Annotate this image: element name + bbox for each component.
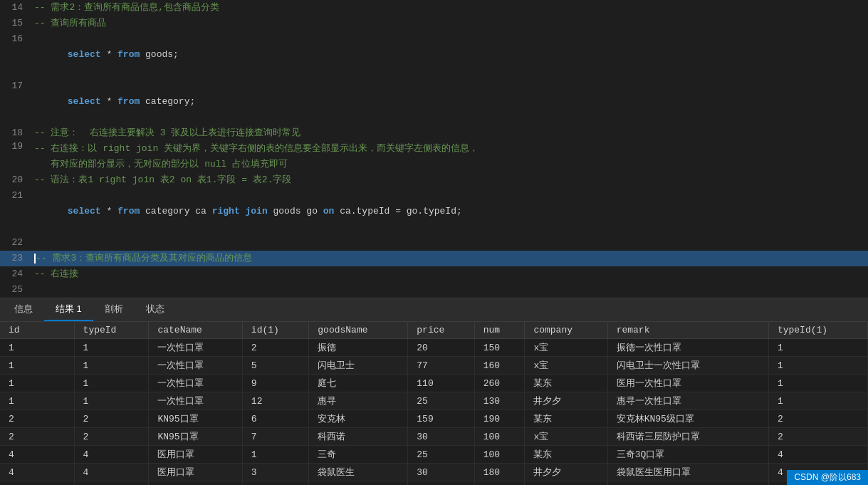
table-cell: 7	[242, 428, 308, 446]
line-number-20: 20	[0, 172, 28, 188]
col-header-typeid1: typeId(1)	[768, 322, 867, 339]
table-cell: x宝	[525, 357, 607, 375]
results-table: id typeId cateName id(1) goodsName price…	[0, 322, 868, 485]
table-cell: 8	[242, 481, 308, 486]
table-row: 44医用口罩3袋鼠医生30180井夕夕袋鼠医生医用口罩4	[0, 464, 868, 481]
line-number-22: 22	[0, 235, 28, 251]
table-cell: 1	[0, 339, 74, 357]
table-row: 44医用口罩8维德医生23155井夕夕维德成人医用口罩4	[0, 481, 868, 486]
table-cell: 9	[242, 375, 308, 392]
code-line-18: 18 -- 注意： 右连接主要解决 3 张及以上表进行连接查询时常见	[0, 125, 868, 141]
table-cell: 5	[242, 357, 308, 375]
table-cell: 1	[74, 375, 149, 392]
table-cell: 袋鼠医生医用口罩	[607, 464, 768, 481]
table-cell: 惠寻一次性口罩	[607, 392, 768, 410]
tabs-bar: 信息 结果 1 剖析 状态	[0, 298, 868, 322]
bottom-bar-label: CSDN @阶以683	[794, 472, 861, 482]
line-content-14: -- 需求2：查询所有商品信息,包含商品分类	[28, 0, 868, 16]
table-row: 11一次性口罩5闪电卫士77160x宝闪电卫士一次性口罩1	[0, 357, 868, 375]
tab-result1[interactable]: 结果 1	[44, 298, 93, 321]
table-cell: 150	[474, 339, 525, 357]
table-cell: 25	[408, 446, 474, 464]
table-cell: 振德一次性口罩	[607, 339, 768, 357]
table-cell: 180	[474, 464, 525, 481]
table-cell: 1	[768, 339, 867, 357]
table-cell: 20	[408, 339, 474, 357]
table-cell: 一次性口罩	[149, 392, 242, 410]
code-line-20: 20 -- 语法：表1 right join 表2 on 表1.字段 = 表2.…	[0, 172, 868, 188]
table-cell: x宝	[525, 339, 607, 357]
table-row: 44医用口罩1三奇25100某东三奇3Q口罩4	[0, 446, 868, 464]
table-cell: 160	[474, 357, 525, 375]
table-cell: 1	[74, 339, 149, 357]
table-cell: 2	[74, 428, 149, 446]
table-row: 22KN95口罩7科西诺30100x宝科西诺三层防护口罩2	[0, 428, 868, 446]
code-line-21: 21 select * from category ca right join …	[0, 188, 868, 235]
table-cell: 惠寻	[309, 392, 408, 410]
col-header-id: id	[0, 322, 74, 339]
code-line-14: 14 -- 需求2：查询所有商品信息,包含商品分类	[0, 0, 868, 16]
table-cell: 闪电卫士一次性口罩	[607, 357, 768, 375]
table-row: 11一次性口罩9庭七110260某东医用一次性口罩1	[0, 375, 868, 392]
table-cell: 30	[408, 428, 474, 446]
line-content-21: select * from category ca right join goo…	[28, 188, 868, 235]
table-cell: 1	[768, 357, 867, 375]
table-cell: 振德	[309, 339, 408, 357]
table-cell: 110	[408, 375, 474, 392]
table-cell: 4	[74, 446, 149, 464]
line-content-19: -- 右连接：以 right join 关键为界，关键字右侧的表的信息要全部显示…	[28, 141, 868, 172]
table-cell: 4	[74, 464, 149, 481]
line-number-14: 14	[0, 0, 28, 16]
table-cell: 医用口罩	[149, 464, 242, 481]
table-cell: 维德成人医用口罩	[607, 481, 768, 486]
col-header-id1: id(1)	[242, 322, 308, 339]
table-cell: 庭七	[309, 375, 408, 392]
table-cell: 一次性口罩	[149, 375, 242, 392]
line-number-16: 16	[0, 31, 28, 47]
col-header-company: company	[525, 322, 607, 339]
line-number-25: 25	[0, 282, 28, 298]
table-cell: 23	[408, 481, 474, 486]
table-cell: 一次性口罩	[149, 357, 242, 375]
tab-info[interactable]: 信息	[3, 298, 44, 321]
line-content-15: -- 查询所有商品	[28, 16, 868, 31]
col-header-remark: remark	[607, 322, 768, 339]
table-cell: 三奇3Q口罩	[607, 446, 768, 464]
table-cell: 井夕夕	[525, 392, 607, 410]
table-cell: 4	[0, 464, 74, 481]
bottom-bar: CSDN @阶以683	[787, 470, 868, 485]
code-editor: 14 -- 需求2：查询所有商品信息,包含商品分类 15 -- 查询所有商品 1…	[0, 0, 868, 298]
table-cell: 1	[0, 375, 74, 392]
line-number-19: 19	[0, 141, 28, 152]
table-cell: 1	[0, 392, 74, 410]
table-cell: 医用口罩	[149, 481, 242, 486]
code-line-24: 24 -- 右连接	[0, 266, 868, 282]
table-cell: 260	[474, 375, 525, 392]
table-cell: 井夕夕	[525, 481, 607, 486]
line-number-23: 23	[0, 251, 28, 266]
table-cell: 12	[242, 392, 308, 410]
tab-profile[interactable]: 剖析	[93, 298, 135, 321]
table-cell: 25	[408, 392, 474, 410]
table-cell: 安克林	[309, 410, 408, 428]
code-line-25: 25	[0, 282, 868, 298]
table-cell: 1	[0, 357, 74, 375]
table-cell: KN95口罩	[149, 428, 242, 446]
table-cell: 一次性口罩	[149, 339, 242, 357]
table-cell: x宝	[525, 428, 607, 446]
tab-status[interactable]: 状态	[135, 298, 176, 321]
table-row: 11一次性口罩12惠寻25130井夕夕惠寻一次性口罩1	[0, 392, 868, 410]
table-cell: 100	[474, 446, 525, 464]
line-content-23: -- 需求3：查询所有商品分类及其对应的商品的信息	[28, 251, 868, 266]
code-line-22: 22	[0, 235, 868, 251]
code-line-17: 17 select * from category;	[0, 78, 868, 125]
table-cell: 4	[768, 446, 867, 464]
code-line-19: 19 -- 右连接：以 right join 关键为界，关键字右侧的表的信息要全…	[0, 141, 868, 172]
col-header-price: price	[408, 322, 474, 339]
table-row: 11一次性口罩2振德20150x宝振德一次性口罩1	[0, 339, 868, 357]
table-cell: 某东	[525, 375, 607, 392]
table-cell: 30	[408, 464, 474, 481]
line-content-20: -- 语法：表1 right join 表2 on 表1.字段 = 表2.字段	[28, 172, 868, 188]
table-cell: 1	[74, 357, 149, 375]
table-cell: KN95口罩	[149, 410, 242, 428]
